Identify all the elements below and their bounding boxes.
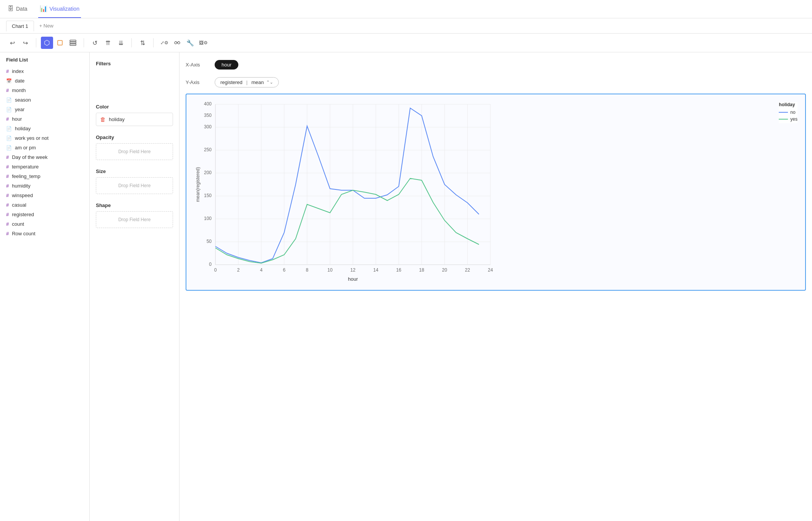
field-item-holiday[interactable]: 📄holiday	[0, 124, 89, 133]
field-item-feeling_temp[interactable]: #feeling_temp	[0, 172, 89, 181]
svg-text:8: 8	[306, 267, 309, 273]
hash-icon: #	[6, 68, 9, 74]
chart-container: 0 50 100 150 200 250 300 400 350 0 2 4 6…	[186, 94, 806, 291]
vis-icon: 📊	[40, 5, 47, 12]
field-item-am-or-pm[interactable]: 📄am or pm	[0, 143, 89, 152]
svg-text:14: 14	[373, 267, 379, 273]
shape-drop-zone[interactable]: Drop Field Here	[96, 211, 173, 228]
svg-text:2: 2	[237, 267, 240, 273]
hash-icon: #	[6, 154, 9, 160]
field-label: count	[12, 221, 24, 227]
field-item-registered[interactable]: #registered	[0, 210, 89, 219]
svg-text:150: 150	[204, 193, 212, 198]
svg-text:10: 10	[327, 267, 333, 273]
category-icon: 📄	[6, 126, 12, 131]
field-label: year	[15, 107, 24, 112]
field-label: winspeed	[12, 193, 33, 198]
field-item-index[interactable]: #index	[0, 66, 89, 76]
legend-title: holiday	[779, 102, 797, 107]
field-item-humidity[interactable]: #humidity	[0, 181, 89, 191]
expand-button[interactable]: ⤢⚙	[158, 37, 170, 49]
svg-text:24: 24	[488, 267, 493, 273]
field-item-winspeed[interactable]: #winspeed	[0, 191, 89, 200]
redo-button[interactable]: ↪	[19, 37, 31, 49]
field-label: month	[12, 87, 26, 93]
field-item-hour[interactable]: #hour	[0, 114, 89, 124]
field-item-month[interactable]: #month	[0, 86, 89, 95]
xaxis-field[interactable]: hour	[215, 60, 238, 70]
field-label: Row count	[12, 231, 35, 236]
tab-chart1[interactable]: Chart 1	[6, 21, 34, 31]
yaxis-row: Y-Axis registered | mean ⌃⌄	[186, 76, 806, 89]
field-label: work yes or not	[15, 135, 49, 141]
hash-icon: #	[6, 116, 9, 122]
field-item-count[interactable]: #count	[0, 219, 89, 229]
size-drop-zone[interactable]: Drop Field Here	[96, 177, 173, 194]
field-item-day-of-the-week[interactable]: #Day of the week	[0, 152, 89, 162]
hash-icon: #	[6, 231, 9, 236]
field-item-year[interactable]: 📄year	[0, 105, 89, 114]
sort-asc-button[interactable]: ⇈	[102, 37, 114, 49]
image-button[interactable]: 🖼⚙	[197, 37, 209, 49]
hash-icon: #	[6, 202, 9, 208]
color-field-label: holiday	[109, 116, 125, 122]
svg-text:4: 4	[260, 267, 263, 273]
yaxis-label: Y-Axis	[186, 79, 209, 85]
data-icon: 🗄	[8, 5, 14, 12]
yaxis-field[interactable]: registered | mean ⌃⌄	[215, 77, 279, 87]
xaxis-label: X-Axis	[186, 62, 209, 68]
field-label: feeling_temp	[12, 173, 40, 179]
svg-text:0: 0	[209, 262, 212, 267]
field-item-temperature[interactable]: #temperature	[0, 162, 89, 172]
svg-rect-2	[70, 42, 76, 44]
hash-icon: #	[6, 193, 9, 198]
updown-button[interactable]: ⇅	[136, 37, 149, 49]
top-nav: 🗄 Data 📊 Visualization	[0, 0, 812, 18]
field-item-season[interactable]: 📄season	[0, 95, 89, 105]
chart-panel: X-Axis hour Y-Axis registered | mean ⌃⌄	[180, 52, 812, 521]
line-chart: 0 50 100 150 200 250 300 400 350 0 2 4 6…	[192, 100, 506, 284]
legend-yes-label: yes	[790, 116, 797, 122]
toolbar: ↩ ↪ ⬡ ↺ ⇈ ⇊ ⇅ ⤢⚙ 🔧 🖼⚙	[0, 34, 812, 52]
layers-button[interactable]	[67, 37, 79, 49]
field-item-row-count[interactable]: #Row count	[0, 229, 89, 238]
svg-text:400: 400	[204, 101, 212, 107]
field-item-work-yes-or-not[interactable]: 📄work yes or not	[0, 133, 89, 143]
connect-button[interactable]	[171, 37, 183, 49]
svg-text:mean(registered): mean(registered)	[195, 167, 201, 202]
refresh-button[interactable]: ↺	[89, 37, 101, 49]
category-icon: 📄	[6, 107, 12, 112]
field-list-panel: Field List #index📅date#month📄season📄year…	[0, 52, 90, 521]
opacity-drop-zone[interactable]: Drop Field Here	[96, 143, 173, 160]
sep1	[36, 38, 36, 47]
svg-text:6: 6	[283, 267, 286, 273]
sep4	[153, 38, 154, 47]
xaxis-row: X-Axis hour	[186, 58, 806, 71]
delete-icon[interactable]: 🗑	[100, 116, 106, 123]
nav-data[interactable]: 🗄 Data	[6, 0, 29, 18]
legend-line-no	[779, 112, 788, 113]
view-group: ⇅	[136, 37, 149, 49]
hash-icon: #	[6, 173, 9, 179]
field-label: registered	[12, 212, 34, 217]
svg-text:100: 100	[204, 216, 212, 221]
legend-no-label: no	[790, 110, 795, 115]
field-list-title: Field List	[0, 57, 89, 66]
chart-mode-button[interactable]: ⬡	[41, 37, 53, 49]
legend-item-no: no	[779, 110, 797, 115]
svg-text:12: 12	[350, 267, 356, 273]
sort-desc-button[interactable]: ⇊	[115, 37, 127, 49]
field-label: humidity	[12, 183, 30, 189]
field-item-casual[interactable]: #casual	[0, 200, 89, 210]
field-item-date[interactable]: 📅date	[0, 76, 89, 86]
tab-new[interactable]: + New	[36, 21, 57, 31]
field-label: hour	[12, 116, 22, 122]
undo-button[interactable]: ↩	[6, 37, 18, 49]
filter-mode-button[interactable]	[54, 37, 66, 49]
svg-text:350: 350	[204, 113, 212, 118]
svg-rect-3	[70, 44, 76, 45]
nav-visualization[interactable]: 📊 Visualization	[38, 0, 81, 18]
sep3	[131, 38, 132, 47]
legend-line-yes	[779, 119, 788, 120]
wrench-button[interactable]: 🔧	[184, 37, 196, 49]
